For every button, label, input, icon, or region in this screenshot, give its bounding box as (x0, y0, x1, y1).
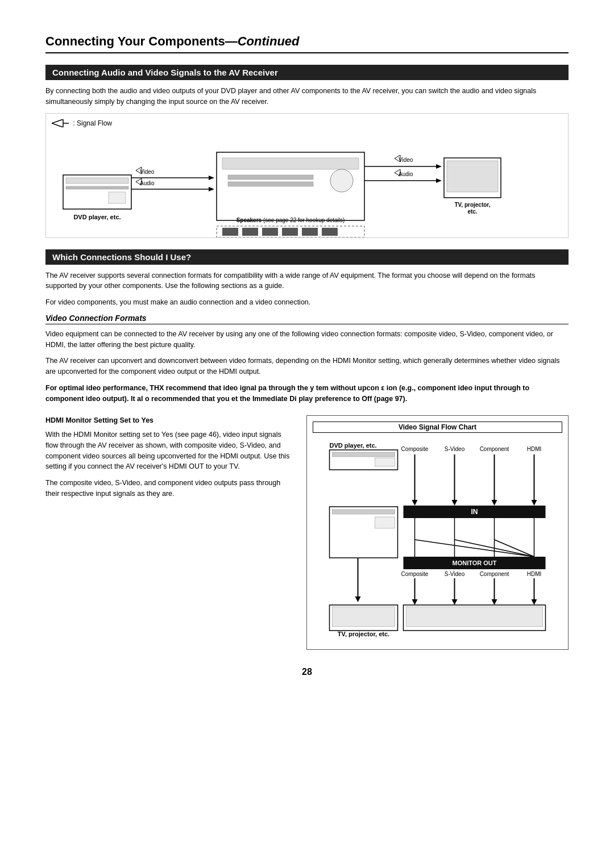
svg-rect-33 (222, 228, 238, 236)
section-header-connections: Which Connections Should I Use? (45, 249, 569, 265)
svg-rect-29 (447, 161, 498, 192)
svg-rect-16 (222, 158, 359, 169)
section-audio-video: Connecting Audio and Video Signals to th… (45, 65, 569, 238)
svg-rect-60 (333, 510, 395, 514)
section2-body1: The AV receiver supports several connect… (45, 270, 569, 292)
svg-marker-21 (436, 164, 442, 169)
svg-text:S-Video: S-Video (445, 571, 465, 577)
svg-text:Composite: Composite (401, 571, 429, 577)
svg-text:Component: Component (480, 446, 509, 452)
section1-body: By connecting both the audio and video o… (45, 86, 569, 107)
svg-marker-51 (492, 500, 497, 506)
svg-rect-34 (242, 228, 258, 236)
svg-marker-45 (412, 500, 418, 506)
signal-flow-diagram: : Signal Flow DVD player, etc. Video Aud… (45, 113, 569, 238)
signal-legend: : Signal Flow (52, 119, 562, 128)
svg-text:IN: IN (471, 508, 478, 516)
svg-rect-35 (262, 228, 278, 236)
hdmi-text-block: HDMI Monitor Setting Set to Yes With the… (45, 415, 295, 650)
svg-text:DVD player, etc.: DVD player, etc. (330, 442, 377, 449)
svg-marker-82 (532, 599, 537, 605)
svg-text:S-Video: S-Video (445, 446, 465, 452)
svg-text:Video: Video (140, 169, 155, 175)
svg-rect-3 (66, 178, 128, 183)
svg-rect-4 (66, 186, 128, 189)
svg-marker-48 (452, 500, 458, 506)
flow-chart-container: Video Signal Flow Chart DVD player, etc.… (306, 415, 569, 650)
svg-rect-5 (109, 192, 126, 203)
svg-text:TV, projector,: TV, projector, (455, 202, 491, 208)
page-title: Connecting Your Components—Continued (45, 34, 569, 53)
svg-text:Audio: Audio (399, 171, 413, 177)
svg-marker-78 (452, 599, 458, 605)
svg-line-66 (415, 540, 534, 557)
section2-body4: The AV receiver can upconvert and downco… (45, 356, 569, 377)
svg-rect-59 (330, 507, 398, 558)
svg-marker-80 (492, 599, 497, 605)
svg-marker-76 (412, 599, 418, 605)
svg-text:TV, projector, etc.: TV, projector, etc. (338, 631, 389, 637)
hdmi-text1: With the HDMI Monitor setting set to Yes… (45, 429, 295, 472)
svg-text:MONITOR OUT: MONITOR OUT (452, 560, 496, 566)
svg-point-17 (330, 169, 353, 192)
svg-text:Composite: Composite (401, 446, 429, 452)
svg-rect-43 (375, 458, 395, 466)
svg-rect-86 (333, 607, 395, 627)
svg-marker-8 (209, 176, 214, 180)
svg-rect-42 (333, 452, 395, 457)
svg-text:HDMI: HDMI (527, 446, 542, 452)
section-which-connections: Which Connections Should I Use? The AV r… (45, 249, 569, 404)
flow-chart-svg: DVD player, etc. Composite S-Video Compo… (313, 437, 562, 642)
svg-text:Audio: Audio (140, 180, 155, 186)
hdmi-heading: HDMI Monitor Setting Set to Yes (45, 415, 295, 426)
svg-marker-25 (436, 178, 442, 183)
svg-text:HDMI: HDMI (527, 571, 542, 577)
hdmi-section: HDMI Monitor Setting Set to Yes With the… (45, 415, 569, 650)
signal-diagram-svg: DVD player, etc. Video Audio Video (52, 130, 562, 237)
svg-marker-0 (52, 119, 63, 127)
svg-rect-38 (322, 228, 338, 236)
hdmi-text2: The composite video, S-Video, and compon… (45, 478, 295, 499)
svg-text:Component: Component (480, 571, 509, 577)
video-connection-formats-title: Video Connection Formats (45, 314, 569, 324)
flow-chart-title: Video Signal Flow Chart (313, 422, 562, 433)
svg-rect-19 (228, 182, 313, 186)
svg-rect-18 (228, 175, 313, 180)
section-header-audio-video: Connecting Audio and Video Signals to th… (45, 65, 569, 80)
svg-rect-89 (406, 607, 543, 627)
page-number: 28 (45, 667, 569, 677)
bold-warning: For optimal ideo performance, THX recomm… (45, 383, 569, 404)
svg-text:etc.: etc. (467, 208, 477, 215)
svg-marker-54 (532, 500, 537, 506)
svg-marker-12 (209, 187, 214, 191)
svg-rect-61 (375, 517, 395, 528)
svg-text:Video: Video (399, 157, 413, 163)
svg-rect-37 (302, 228, 318, 236)
svg-marker-84 (355, 596, 361, 602)
svg-text:DVD player, etc.: DVD player, etc. (73, 214, 121, 220)
section2-body2: For video components, you must make an a… (45, 297, 569, 308)
svg-text:Speakers (see page 22 for hook: Speakers (see page 22 for hookup details… (237, 217, 345, 223)
svg-rect-36 (282, 228, 298, 236)
section2-body3: Video equipment can be connected to the … (45, 329, 569, 350)
